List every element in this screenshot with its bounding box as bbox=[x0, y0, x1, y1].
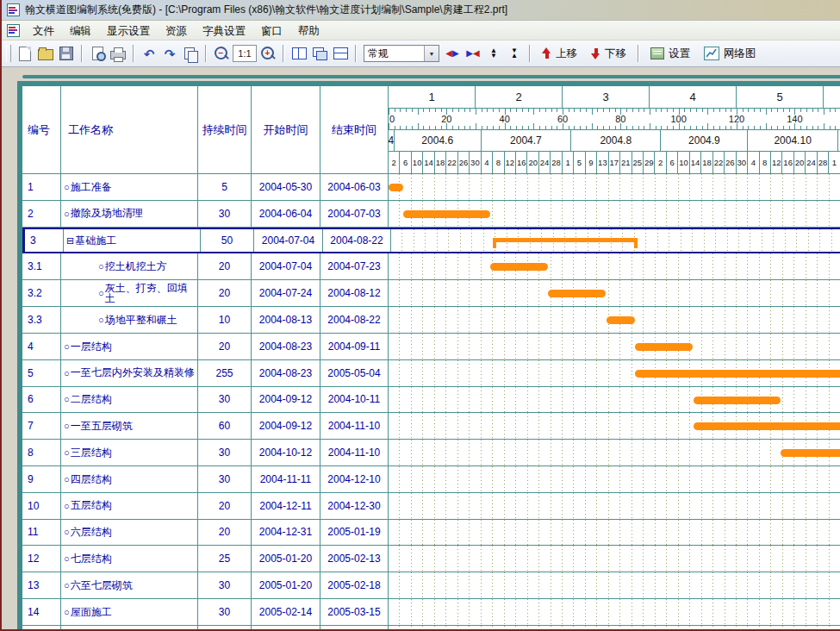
task-row-9[interactable]: 9○四层结构302004-11-112004-12-10 bbox=[22, 466, 840, 493]
cell-id[interactable]: 14 bbox=[22, 599, 61, 625]
header-duration[interactable]: 持续时间 bbox=[198, 86, 252, 174]
cell-name[interactable]: ○灰土、打夯、回填土 bbox=[61, 280, 198, 306]
cell-start-date[interactable]: 2004-09-12 bbox=[252, 413, 320, 439]
task-bar-4[interactable] bbox=[635, 343, 693, 351]
cell-start-date[interactable]: 2005-01-20 bbox=[252, 546, 320, 572]
chart-row-4[interactable] bbox=[389, 334, 840, 359]
cell-end-date[interactable]: 2004-08-12 bbox=[320, 280, 389, 306]
cell-end-date[interactable]: 2004-07-23 bbox=[320, 253, 389, 279]
cell-duration[interactable]: 10 bbox=[198, 307, 252, 333]
task-row-10[interactable]: 10○五层结构202004-12-112004-12-30 bbox=[22, 493, 840, 520]
cell-end-date[interactable]: 2004-08-22 bbox=[323, 229, 391, 253]
task-bar-3.1[interactable] bbox=[490, 263, 548, 271]
cell-id[interactable]: 2 bbox=[22, 201, 61, 227]
zoom-in-button[interactable]: + bbox=[258, 44, 278, 63]
cell-id[interactable]: 1 bbox=[22, 174, 61, 200]
cell-name[interactable]: ○六层结构 bbox=[61, 520, 198, 546]
cell-id[interactable]: 3 bbox=[25, 229, 64, 253]
task-row-1[interactable]: 1○施工准备52004-05-302004-06-03 bbox=[22, 174, 840, 201]
chart-row-11[interactable] bbox=[389, 520, 840, 546]
narrow-columns-button[interactable]: ▶◀ bbox=[463, 44, 483, 63]
cell-duration[interactable]: 20 bbox=[198, 280, 252, 306]
undo-button[interactable]: ↶ bbox=[139, 44, 159, 63]
menu-item-1[interactable]: 编辑 bbox=[62, 23, 99, 39]
cell-start-date[interactable]: 2004-07-04 bbox=[252, 253, 320, 279]
print-button[interactable] bbox=[108, 44, 128, 63]
chart-row-8[interactable] bbox=[389, 440, 840, 465]
cell-duration[interactable]: 20 bbox=[198, 334, 252, 359]
task-bar-3.3[interactable] bbox=[607, 316, 636, 324]
cell-duration[interactable]: 5 bbox=[198, 174, 252, 200]
cell-duration[interactable]: 25 bbox=[198, 546, 252, 572]
chart-row-3.1[interactable] bbox=[389, 253, 840, 279]
split-horizontal-button[interactable] bbox=[330, 44, 351, 63]
cell-id[interactable]: 9 bbox=[22, 466, 61, 492]
cell-name[interactable]: ○场地平整和碾土 bbox=[61, 307, 198, 333]
cell-id[interactable]: 6 bbox=[22, 387, 61, 413]
chart-row-3.2[interactable] bbox=[389, 280, 840, 306]
cell-id[interactable]: 12 bbox=[22, 546, 61, 572]
cell-name[interactable]: ○一层结构 bbox=[61, 334, 198, 359]
cell-start-date[interactable]: 2004-08-13 bbox=[252, 307, 320, 333]
menu-item-0[interactable]: 文件 bbox=[25, 23, 62, 39]
cell-id[interactable]: 3.3 bbox=[22, 307, 61, 333]
collapse-box-icon[interactable]: ⊟ bbox=[66, 235, 74, 247]
redo-button[interactable]: ↷ bbox=[159, 44, 180, 63]
header-name[interactable]: 工作名称 bbox=[61, 86, 198, 174]
cell-duration[interactable]: 30 bbox=[198, 572, 252, 598]
cell-duration[interactable]: 30 bbox=[198, 201, 252, 227]
cell-name[interactable]: ○施工准备 bbox=[61, 174, 198, 200]
cell-duration[interactable]: 255 bbox=[198, 360, 252, 386]
summary-bar-3[interactable] bbox=[493, 238, 638, 248]
cell-start-date[interactable]: 2004-12-31 bbox=[252, 520, 320, 546]
cell-end-date[interactable]: 2004-10-11 bbox=[320, 387, 389, 413]
task-row-5[interactable]: 5○一至七层内外安装及精装修2552004-08-232005-05-04 bbox=[22, 360, 840, 387]
task-bar-6[interactable] bbox=[694, 397, 781, 404]
cell-id[interactable]: 4 bbox=[22, 334, 61, 359]
copy-button[interactable] bbox=[180, 44, 201, 63]
cell-duration[interactable]: 30 bbox=[198, 440, 252, 465]
open-file-button[interactable] bbox=[35, 44, 56, 63]
task-bar-3.2[interactable] bbox=[548, 290, 606, 297]
widen-columns-button[interactable]: ◀▶ bbox=[442, 44, 463, 63]
cell-name[interactable]: ○屋面施工 bbox=[61, 599, 198, 625]
task-bar-2[interactable] bbox=[403, 210, 490, 218]
task-row-13[interactable]: 13○六至七层砌筑302005-01-202005-02-18 bbox=[22, 572, 840, 599]
cell-end-date[interactable]: 2004-11-10 bbox=[320, 440, 389, 465]
zoom-out-button[interactable]: − bbox=[211, 44, 232, 63]
cell-start-date[interactable]: 2004-09-12 bbox=[252, 387, 320, 413]
cell-name[interactable]: ⊟基础施工 bbox=[64, 229, 201, 253]
cell-start-date[interactable]: 2004-05-30 bbox=[252, 174, 320, 200]
cell-name[interactable]: ○五层结构 bbox=[61, 493, 198, 519]
task-row-3.2[interactable]: 3.2○灰土、打夯、回填土202004-07-242004-08-12 bbox=[22, 280, 840, 307]
zoom-reset-button[interactable]: 1:1 bbox=[232, 44, 258, 63]
cell-end-date[interactable]: 2005-01-19 bbox=[320, 520, 389, 546]
combo-dropdown-button[interactable]: ▼ bbox=[424, 46, 439, 61]
chart-row-6[interactable] bbox=[389, 387, 840, 413]
cell-start-date[interactable]: 2004-08-23 bbox=[252, 334, 320, 359]
chart-row-9[interactable] bbox=[389, 466, 840, 492]
cell-id[interactable]: 3.2 bbox=[22, 280, 61, 306]
cell-id[interactable]: 5 bbox=[22, 360, 61, 386]
cell-name[interactable]: ○三层结构 bbox=[61, 440, 198, 465]
task-bar-8[interactable] bbox=[781, 449, 840, 457]
task-row-12[interactable]: 12○七层结构252005-01-202005-02-13 bbox=[22, 546, 840, 572]
header-id[interactable]: 编号 bbox=[22, 86, 61, 174]
document-icon[interactable] bbox=[7, 24, 20, 37]
cell-start-date[interactable]: 2004-08-23 bbox=[252, 360, 320, 386]
task-row-6[interactable]: 6○二层结构302004-09-122004-10-11 bbox=[22, 387, 840, 414]
chart-row-12[interactable] bbox=[389, 546, 840, 572]
new-file-button[interactable] bbox=[15, 44, 35, 63]
menu-item-4[interactable]: 字典设置 bbox=[195, 23, 253, 39]
task-row-7[interactable]: 7○一至五层砌筑602004-09-122004-11-10 bbox=[22, 413, 840, 440]
cell-id[interactable]: 7 bbox=[22, 413, 61, 439]
chart-row-1[interactable] bbox=[389, 174, 840, 200]
toolbar-gripper[interactable] bbox=[6, 45, 11, 62]
cascade-windows-button[interactable] bbox=[309, 44, 330, 63]
task-row-3.1[interactable]: 3.1○挖土机挖土方202004-07-042004-07-23 bbox=[22, 253, 840, 280]
header-start[interactable]: 开始时间 bbox=[252, 86, 320, 174]
menu-item-3[interactable]: 资源 bbox=[158, 23, 195, 39]
task-bar-7[interactable] bbox=[694, 422, 840, 430]
chart-row-3[interactable] bbox=[391, 229, 840, 253]
cell-end-date[interactable]: 2004-12-30 bbox=[320, 493, 389, 519]
